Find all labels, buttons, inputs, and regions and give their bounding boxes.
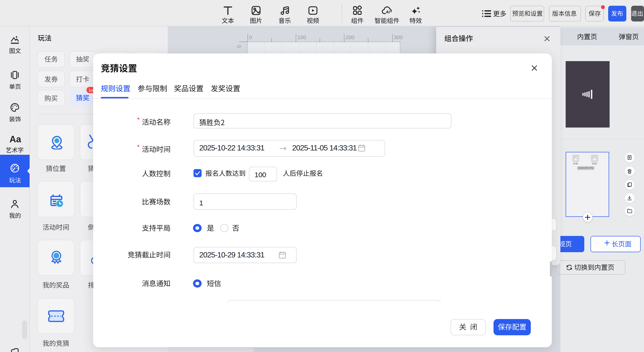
svg-text:AI: AI [386,9,390,14]
